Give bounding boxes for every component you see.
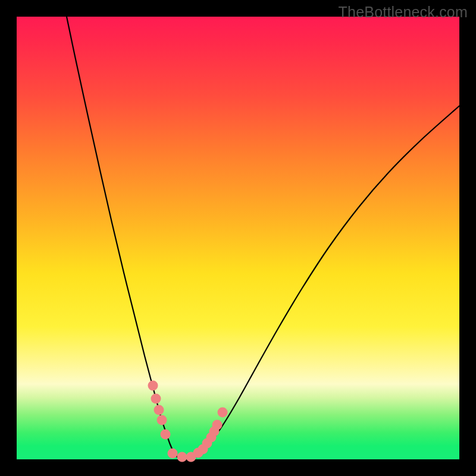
chart-frame (17, 17, 459, 459)
dot-cluster (148, 381, 228, 462)
data-dot (218, 408, 228, 418)
data-dot (148, 381, 158, 391)
curve-right-path (188, 106, 459, 458)
watermark-text: TheBottleneck.com (339, 4, 468, 21)
data-dot (154, 405, 164, 415)
data-dot (157, 415, 167, 425)
data-dot (212, 420, 223, 430)
curve-left-path (67, 17, 178, 458)
curve-right (188, 106, 459, 458)
data-dot (161, 430, 171, 440)
data-dot (151, 394, 161, 404)
curve-left (67, 17, 178, 458)
chart-svg (17, 17, 459, 459)
data-dot (177, 452, 187, 462)
data-dot (168, 449, 178, 459)
